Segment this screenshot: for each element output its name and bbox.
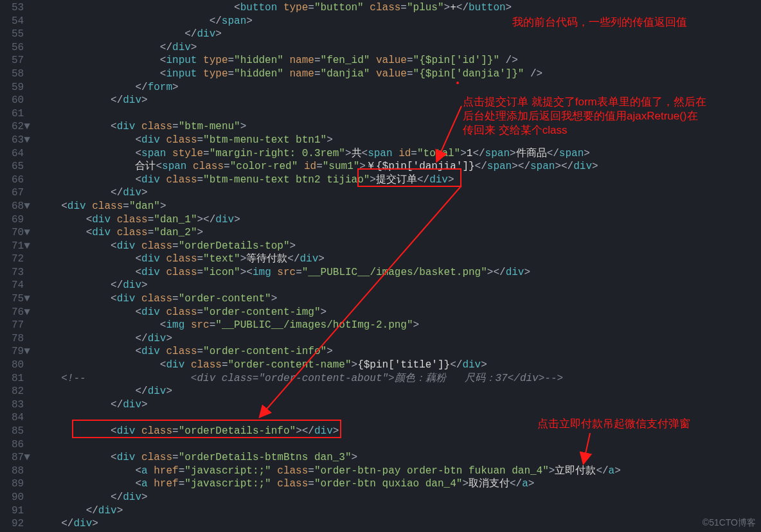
code-line: <img src="__PUBLIC__/images/hotImg-2.png… <box>37 319 621 332</box>
code-editor: 53 54 55 56 57 58 59 60 61 62▼ 63▼ 64 65… <box>0 0 761 532</box>
code-line: <div class="orderDetails-btmBtns dan_3"> <box>37 451 621 465</box>
code-line: <div class="dan_2"> <box>37 226 621 240</box>
code-line: <div class="dan"> <box>37 200 621 213</box>
code-line: <div class="order-content-img"> <box>37 306 621 319</box>
code-line: </div> <box>37 385 621 398</box>
annotation-1: 我的前台代码，一些列的传值返回值 <box>512 15 687 30</box>
annotation-3: 点击立即付款吊起微信支付弹窗 <box>537 417 690 431</box>
annotation-2-line1: 点击提交订单 就提交了form表单里的值了，然后在 <box>463 95 706 109</box>
code-line: </form> <box>37 81 621 94</box>
code-area[interactable]: <button type="button" class="plus">+</bu… <box>37 0 621 532</box>
annotation-2-line2: 后台处理添加后返回我想要的值用ajaxRetrue()在 <box>463 109 698 123</box>
code-line: <a href="javascript:;" class="order-btn-… <box>37 465 621 478</box>
code-line: <div class="order-content-name">{$pin['t… <box>37 359 621 372</box>
code-line: <div class="order-content"> <box>37 292 621 306</box>
code-line <box>37 411 621 425</box>
code-line: </div> <box>37 41 621 55</box>
code-line: <span style="margin-right: 0.3rem">共<spa… <box>37 147 621 161</box>
code-line: <div class="btm-menu-text btn2 tijiao">提… <box>37 173 621 187</box>
code-line: </div> <box>37 279 621 292</box>
code-line <box>37 438 621 452</box>
code-line: <div class="orderDetails-info"></div> <box>37 425 621 438</box>
code-line: </div> <box>37 491 621 504</box>
code-line: <!-- <div class="order-content-about">颜色… <box>37 372 621 386</box>
code-line: <input type="hidden" name="fen_id" value… <box>37 54 621 67</box>
code-line: <div class="icon"><img src="__PUBLIC__/i… <box>37 266 621 279</box>
watermark: ©51CTO博客 <box>703 516 756 529</box>
code-line: <div class="dan_1"></div> <box>37 213 621 227</box>
code-line: 合计<span class="color-red" id="sum1">￥{$p… <box>37 160 621 173</box>
code-line: </div> <box>37 28 621 41</box>
code-line: </div> <box>37 186 621 200</box>
code-line: <input type="hidden" name="danjia" value… <box>37 67 621 81</box>
code-line: </div> <box>37 517 621 531</box>
code-line: </div> <box>37 332 621 346</box>
code-line: </div> <box>37 504 621 518</box>
code-line: <div class="order-content-info"> <box>37 345 621 359</box>
code-line: </div> <box>37 398 621 412</box>
line-number-gutter: 53 54 55 56 57 58 59 60 61 62▼ 63▼ 64 65… <box>0 0 37 532</box>
annotation-2-line3: 传回来 交给某个class <box>463 123 567 137</box>
code-line: <a href="javascript:;" class="order-btn … <box>37 477 621 491</box>
code-line: <div class="orderDetails-top"> <box>37 240 621 253</box>
code-line: <button type="button" class="plus">+</bu… <box>37 1 621 15</box>
code-line: <div class="text">等待付款</div> <box>37 253 621 266</box>
